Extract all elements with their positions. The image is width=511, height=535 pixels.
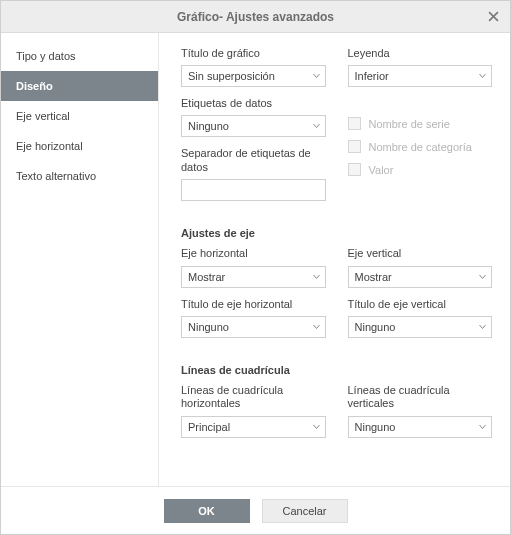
chevron-down-icon bbox=[479, 324, 486, 329]
horizontal-axis-value: Mostrar bbox=[188, 271, 225, 283]
dialog-title: Gráfico- Ajustes avanzados bbox=[177, 10, 334, 24]
vertical-gridlines-value: Ninguno bbox=[355, 421, 396, 433]
vertical-gridlines-select[interactable]: Ninguno bbox=[348, 416, 493, 438]
checkbox-icon bbox=[348, 140, 361, 153]
legend-select[interactable]: Inferior bbox=[348, 65, 493, 87]
chart-title-label: Título de gráfico bbox=[181, 47, 326, 60]
check-category-name-label: Nombre de categoría bbox=[369, 141, 472, 153]
chart-title-select[interactable]: Sin superposición bbox=[181, 65, 326, 87]
dialog-body: Tipo y datos Diseño Eje vertical Eje hor… bbox=[1, 33, 510, 486]
sidebar-item-type-and-data[interactable]: Tipo y datos bbox=[1, 41, 158, 71]
data-labels-label: Etiquetas de datos bbox=[181, 97, 326, 110]
horizontal-axis-title-label: Título de eje horizontal bbox=[181, 298, 326, 311]
data-labels-separator-input[interactable] bbox=[181, 179, 326, 201]
axis-settings-title: Ajustes de eje bbox=[181, 227, 492, 239]
chevron-down-icon bbox=[313, 74, 320, 79]
vertical-gridlines-label: Líneas de cuadrícula verticales bbox=[348, 384, 493, 411]
sidebar-item-vertical-axis[interactable]: Eje vertical bbox=[1, 101, 158, 131]
ok-button[interactable]: OK bbox=[164, 499, 250, 523]
horizontal-gridlines-value: Principal bbox=[188, 421, 230, 433]
horizontal-axis-select[interactable]: Mostrar bbox=[181, 266, 326, 288]
vertical-axis-title-value: Ninguno bbox=[355, 321, 396, 333]
sidebar: Tipo y datos Diseño Eje vertical Eje hor… bbox=[1, 33, 159, 486]
horizontal-axis-label: Eje horizontal bbox=[181, 247, 326, 260]
vertical-axis-value: Mostrar bbox=[355, 271, 392, 283]
checkbox-icon bbox=[348, 163, 361, 176]
close-icon bbox=[488, 11, 499, 22]
dialog-chart-advanced-settings: Gráfico- Ajustes avanzados Tipo y datos … bbox=[0, 0, 511, 535]
check-series-name-label: Nombre de serie bbox=[369, 118, 450, 130]
vertical-axis-select[interactable]: Mostrar bbox=[348, 266, 493, 288]
sidebar-item-horizontal-axis[interactable]: Eje horizontal bbox=[1, 131, 158, 161]
horizontal-gridlines-select[interactable]: Principal bbox=[181, 416, 326, 438]
chevron-down-icon bbox=[479, 274, 486, 279]
content-panel: Título de gráfico Sin superposición Leye… bbox=[159, 33, 510, 486]
chevron-down-icon bbox=[313, 124, 320, 129]
legend-label: Leyenda bbox=[348, 47, 493, 60]
titlebar: Gráfico- Ajustes avanzados bbox=[1, 1, 510, 33]
data-labels-value: Ninguno bbox=[188, 120, 229, 132]
footer: OK Cancelar bbox=[1, 486, 510, 534]
data-labels-separator-label: Separador de etiquetas de datos bbox=[181, 147, 326, 174]
chart-title-value: Sin superposición bbox=[188, 70, 275, 82]
check-category-name: Nombre de categoría bbox=[348, 140, 493, 153]
check-value-label: Valor bbox=[369, 164, 394, 176]
checkbox-icon bbox=[348, 117, 361, 130]
horizontal-gridlines-label: Líneas de cuadrícula horizontales bbox=[181, 384, 326, 411]
sidebar-item-alt-text[interactable]: Texto alternativo bbox=[1, 161, 158, 191]
sidebar-item-layout[interactable]: Diseño bbox=[1, 71, 158, 101]
chevron-down-icon bbox=[479, 424, 486, 429]
vertical-axis-title-label: Título de eje vertical bbox=[348, 298, 493, 311]
check-value: Valor bbox=[348, 163, 493, 176]
vertical-axis-title-select[interactable]: Ninguno bbox=[348, 316, 493, 338]
legend-value: Inferior bbox=[355, 70, 389, 82]
close-button[interactable] bbox=[484, 7, 502, 25]
horizontal-axis-title-value: Ninguno bbox=[188, 321, 229, 333]
check-series-name: Nombre de serie bbox=[348, 117, 493, 130]
cancel-button[interactable]: Cancelar bbox=[262, 499, 348, 523]
gridlines-title: Líneas de cuadrícula bbox=[181, 364, 492, 376]
horizontal-axis-title-select[interactable]: Ninguno bbox=[181, 316, 326, 338]
chevron-down-icon bbox=[313, 274, 320, 279]
vertical-axis-label: Eje vertical bbox=[348, 247, 493, 260]
chevron-down-icon bbox=[313, 324, 320, 329]
chevron-down-icon bbox=[479, 74, 486, 79]
data-labels-select[interactable]: Ninguno bbox=[181, 115, 326, 137]
chevron-down-icon bbox=[313, 424, 320, 429]
